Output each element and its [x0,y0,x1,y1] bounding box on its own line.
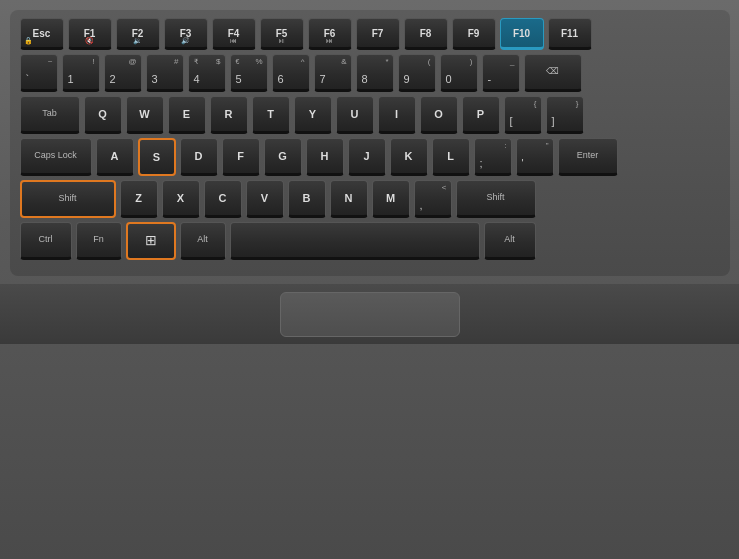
key-c[interactable]: C [204,180,242,218]
esc-row: Esc 🔒 F1 🔇 F2 🔉 F3 🔊 F4 ⏮ F5 ⏯ [20,18,720,50]
key-shift-left[interactable]: Shift [20,180,116,218]
key-f7[interactable]: F7 [356,18,400,50]
key-minus[interactable]: _ - [482,54,520,92]
key-f3[interactable]: F3 🔊 [164,18,208,50]
key-f8[interactable]: F8 [404,18,448,50]
key-space[interactable] [230,222,480,260]
bottom-row: Ctrl Fn ⊞ Alt Alt [20,222,720,260]
key-4[interactable]: $ ₹ 4 [188,54,226,92]
key-y[interactable]: Y [294,96,332,134]
key-o[interactable]: O [420,96,458,134]
key-v[interactable]: V [246,180,284,218]
key-x[interactable]: X [162,180,200,218]
key-8[interactable]: * 8 [356,54,394,92]
key-k[interactable]: K [390,138,428,176]
number-row: ~ ` ! 1 @ 2 # 3 $ ₹ 4 % € [20,54,720,92]
asdf-row: Caps Lock A S D F G H J [20,138,720,176]
key-open-bracket[interactable]: { [ [504,96,542,134]
key-t[interactable]: T [252,96,290,134]
key-i[interactable]: I [378,96,416,134]
key-b[interactable]: B [288,180,326,218]
key-enter[interactable]: Enter [558,138,618,176]
key-d[interactable]: D [180,138,218,176]
key-0[interactable]: ) 0 [440,54,478,92]
key-tab[interactable]: Tab [20,96,80,134]
key-backspace[interactable]: ⌫ [524,54,582,92]
key-j[interactable]: J [348,138,386,176]
key-6[interactable]: ^ 6 [272,54,310,92]
key-1[interactable]: ! 1 [62,54,100,92]
key-f6[interactable]: F6 ⏭ [308,18,352,50]
key-capslock[interactable]: Caps Lock [20,138,92,176]
key-e[interactable]: E [168,96,206,134]
key-f4[interactable]: F4 ⏮ [212,18,256,50]
bottom-strip [0,284,739,344]
key-close-bracket[interactable]: } ] [546,96,584,134]
key-7[interactable]: & 7 [314,54,352,92]
key-comma[interactable]: < , [414,180,452,218]
key-5[interactable]: % € 5 [230,54,268,92]
key-f1[interactable]: F1 🔇 [68,18,112,50]
key-f5[interactable]: F5 ⏯ [260,18,304,50]
key-f[interactable]: F [222,138,260,176]
qwerty-row: Tab Q W E R T Y U I [20,96,720,134]
key-semicolon[interactable]: : ; [474,138,512,176]
key-alt-left[interactable]: Alt [180,222,226,260]
touchpad[interactable] [280,292,460,337]
key-q[interactable]: Q [84,96,122,134]
key-ctrl-left[interactable]: Ctrl [20,222,72,260]
key-alt-right[interactable]: Alt [484,222,536,260]
key-9[interactable]: ( 9 [398,54,436,92]
key-f11[interactable]: F11 [548,18,592,50]
key-w[interactable]: W [126,96,164,134]
laptop-body: Esc 🔒 F1 🔇 F2 🔉 F3 🔊 F4 ⏮ F5 ⏯ [0,0,739,559]
key-3[interactable]: # 3 [146,54,184,92]
zxcv-row: Shift Z X C V B N M < [20,180,720,218]
key-f2[interactable]: F2 🔉 [116,18,160,50]
key-s[interactable]: S [138,138,176,176]
key-g[interactable]: G [264,138,302,176]
key-h[interactable]: H [306,138,344,176]
key-backtick[interactable]: ~ ` [20,54,58,92]
key-win[interactable]: ⊞ [126,222,176,260]
key-l[interactable]: L [432,138,470,176]
key-esc[interactable]: Esc 🔒 [20,18,64,50]
key-f9[interactable]: F9 [452,18,496,50]
key-fn[interactable]: Fn [76,222,122,260]
key-r[interactable]: R [210,96,248,134]
key-shift-right[interactable]: Shift [456,180,536,218]
key-u[interactable]: U [336,96,374,134]
keyboard-area: Esc 🔒 F1 🔇 F2 🔉 F3 🔊 F4 ⏮ F5 ⏯ [10,10,730,276]
key-a[interactable]: A [96,138,134,176]
key-z[interactable]: Z [120,180,158,218]
key-p[interactable]: P [462,96,500,134]
key-n[interactable]: N [330,180,368,218]
key-quote[interactable]: " ' [516,138,554,176]
key-f10[interactable]: F10 [500,18,544,50]
key-2[interactable]: @ 2 [104,54,142,92]
key-m[interactable]: M [372,180,410,218]
